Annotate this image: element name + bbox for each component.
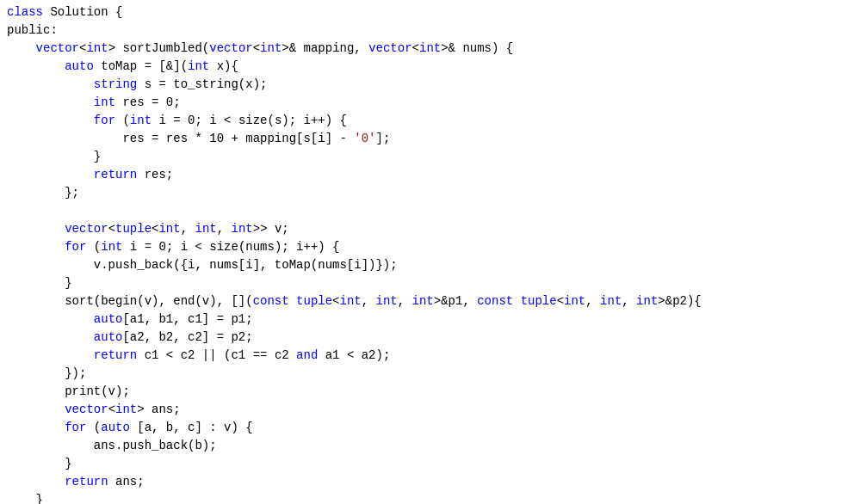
code-line-25: ans.push_back(b);	[7, 437, 853, 455]
code-line-24: for (auto [a, b, c] : v) {	[7, 419, 853, 437]
code-line-11: };	[7, 184, 853, 202]
code-line-10: return res;	[7, 166, 853, 184]
code-line-23: vector<int> ans;	[7, 401, 853, 419]
code-line-3: vector<int> sortJumbled(vector<int>& map…	[7, 40, 853, 58]
code-line-9: }	[7, 148, 853, 166]
code-line-27: return ans;	[7, 473, 853, 491]
code-line-21: });	[7, 365, 853, 383]
code-line-28: }	[7, 491, 853, 504]
code-line-15: v.push_back({i, nums[i], toMap(nums[i])}…	[7, 256, 853, 274]
code-line-6: int res = 0;	[7, 94, 853, 112]
code-line-18: auto[a1, b1, c1] = p1;	[7, 310, 853, 329]
code-line-2: public:	[7, 22, 853, 40]
code-line-12	[7, 202, 853, 220]
code-line-14: for (int i = 0; i < size(nums); i++) {	[7, 238, 853, 256]
code-line-7: for (int i = 0; i < size(s); i++) {	[7, 112, 853, 130]
code-line-26: }	[7, 455, 853, 473]
code-line-16: }	[7, 274, 853, 292]
code-line-13: vector<tuple<int, int, int>> v;	[7, 220, 853, 238]
code-line-22: print(v);	[7, 383, 853, 401]
code-line-20: return c1 < c2 || (c1 == c2 and a1 < a2)…	[7, 347, 853, 365]
code-line-5: string s = to_string(x);	[7, 76, 853, 94]
code-line-4: auto toMap = [&](int x){	[7, 58, 853, 76]
code-line-17: sort(begin(v), end(v), [](const tuple<in…	[7, 292, 853, 310]
code-line-1: class Solution {	[7, 3, 853, 22]
code-editor: class Solution { public: vector<int> sor…	[0, 0, 860, 504]
code-line-19: auto[a2, b2, c2] = p2;	[7, 329, 853, 347]
code-line-8: res = res * 10 + mapping[s[i] - '0'];	[7, 130, 853, 148]
